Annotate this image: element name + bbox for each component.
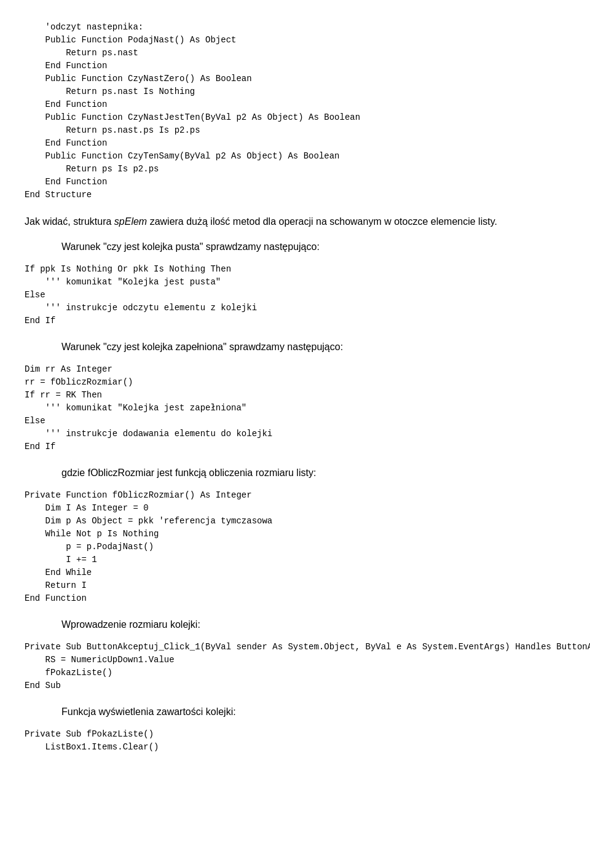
code-block-1: 'odczyt nastepnika: Public Function Poda… — [25, 18, 565, 204]
prose-text-4: Funkcja wyświetlenia zawartości kolejki: — [25, 705, 565, 719]
section-heading-2: Warunek "czy jest kolejka zapełniona" sp… — [25, 340, 565, 354]
heading-section-2: Warunek "czy jest kolejka zapełniona" sp… — [25, 340, 565, 354]
page-content: 'odczyt nastepnika: Public Function Poda… — [25, 18, 565, 756]
code-block-2: If ppk Is Nothing Or pkk Is Nothing Then… — [25, 260, 565, 330]
prose-section-4: Funkcja wyświetlenia zawartości kolejki: — [25, 705, 565, 719]
prose-text-1: Jak widać, struktura spElem zawiera dużą… — [25, 216, 497, 227]
section-heading-1: Warunek "czy jest kolejka pusta" sprawdz… — [25, 240, 565, 254]
heading-section-1: Warunek "czy jest kolejka pusta" sprawdz… — [25, 240, 565, 254]
code-section-5: Private Sub ButtonAkceptuj_Click_1(ByVal… — [25, 638, 565, 695]
code-section-2: If ppk Is Nothing Or pkk Is Nothing Then… — [25, 260, 565, 330]
code-section-3: Dim rr As Integer rr = fObliczRozmiar() … — [25, 361, 565, 456]
code-block-3: Dim rr As Integer rr = fObliczRozmiar() … — [25, 361, 565, 456]
prose-text-3: Wprowadzenie rozmiaru kolejki: — [25, 617, 565, 632]
prose-section-1: Jak widać, struktura spElem zawiera dużą… — [25, 214, 565, 230]
code-block-6: Private Sub fPokazListe() ListBox1.Items… — [25, 725, 565, 756]
prose-section-3: Wprowadzenie rozmiaru kolejki: — [25, 617, 565, 632]
code-section-6: Private Sub fPokazListe() ListBox1.Items… — [25, 725, 565, 756]
prose-text-2: gdzie fObliczRozmiar jest funkcją oblicz… — [25, 466, 565, 480]
prose-section-2: gdzie fObliczRozmiar jest funkcją oblicz… — [25, 466, 565, 480]
code-block-4: Private Function fObliczRozmiar() As Int… — [25, 487, 565, 608]
code-section-1: 'odczyt nastepnika: Public Function Poda… — [25, 18, 565, 204]
code-section-4: Private Function fObliczRozmiar() As Int… — [25, 487, 565, 608]
code-block-5: Private Sub ButtonAkceptuj_Click_1(ByVal… — [25, 638, 565, 695]
